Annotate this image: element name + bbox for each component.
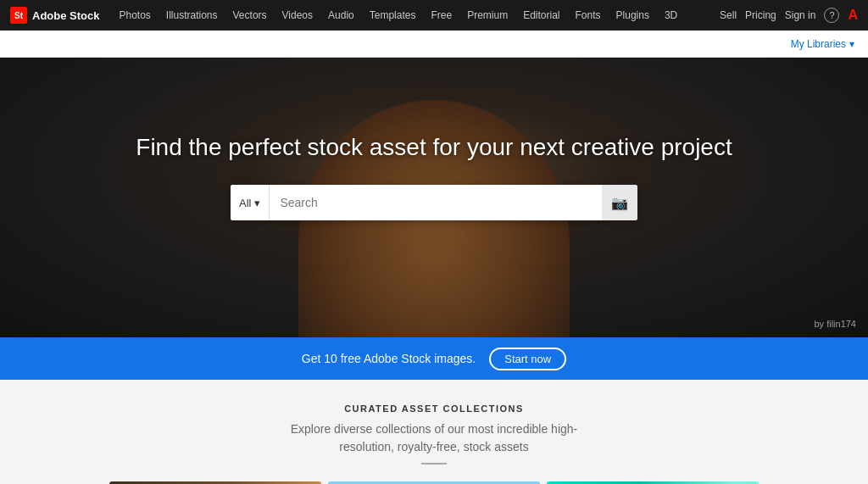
- nav-item-templates[interactable]: Templates: [362, 9, 424, 21]
- nav-item-photos[interactable]: Photos: [111, 9, 158, 21]
- nav-item-plugins[interactable]: Plugins: [609, 9, 657, 21]
- nav-item-audio[interactable]: Audio: [320, 9, 362, 21]
- sell-link[interactable]: Sell: [720, 9, 737, 21]
- search-input[interactable]: [270, 196, 602, 209]
- promo-text: Get 10 free Adobe Stock images.: [302, 352, 476, 365]
- search-category-dropdown[interactable]: All ▾: [231, 185, 270, 220]
- nav-item-videos[interactable]: Videos: [275, 9, 320, 21]
- logo[interactable]: St Adobe Stock: [10, 7, 99, 24]
- hero-content: Find the perfect stock asset for your ne…: [0, 58, 868, 220]
- collections-subtitle: Explore diverse collections of our most …: [290, 420, 578, 456]
- promo-banner: Get 10 free Adobe Stock images. Start no…: [0, 337, 868, 380]
- nav-item-vectors[interactable]: Vectors: [225, 9, 275, 21]
- nav-item-editorial[interactable]: Editorial: [515, 9, 567, 21]
- nav-item-free[interactable]: Free: [423, 9, 459, 21]
- dropdown-chevron-icon: ▾: [254, 197, 260, 209]
- adobe-icon[interactable]: A: [848, 8, 858, 23]
- hero-section: Find the perfect stock asset for your ne…: [0, 58, 868, 337]
- pricing-link[interactable]: Pricing: [745, 9, 776, 21]
- collections-section: CURATED ASSET COLLECTIONS Explore divers…: [0, 380, 868, 484]
- hero-title: Find the perfect stock asset for your ne…: [136, 134, 732, 161]
- libraries-bar: My Libraries ▾: [0, 31, 868, 58]
- signin-link[interactable]: Sign in: [785, 9, 816, 21]
- collections-divider: [421, 463, 447, 465]
- logo-icon: St: [10, 7, 27, 24]
- nav-item-3d[interactable]: 3D: [657, 9, 685, 21]
- camera-icon: 📷: [611, 195, 628, 211]
- logo-text: Adobe Stock: [32, 9, 99, 22]
- collections-title: CURATED ASSET COLLECTIONS: [17, 403, 851, 414]
- hero-credit: by filin174: [814, 319, 856, 329]
- visual-search-button[interactable]: 📷: [602, 185, 637, 220]
- nav-items: Photos Illustrations Vectors Videos Audi…: [111, 9, 720, 21]
- main-nav: St Adobe Stock Photos Illustrations Vect…: [0, 0, 868, 31]
- nav-item-fonts[interactable]: Fonts: [568, 9, 609, 21]
- nav-item-illustrations[interactable]: Illustrations: [159, 9, 225, 21]
- promo-start-now-button[interactable]: Start now: [489, 348, 566, 370]
- nav-right: Sell Pricing Sign in ? A: [720, 8, 858, 23]
- search-bar: All ▾ 📷: [231, 185, 637, 220]
- search-category-label: All: [239, 197, 251, 209]
- my-libraries-link[interactable]: My Libraries ▾: [791, 38, 854, 50]
- help-icon[interactable]: ?: [824, 8, 839, 23]
- nav-item-premium[interactable]: Premium: [459, 9, 515, 21]
